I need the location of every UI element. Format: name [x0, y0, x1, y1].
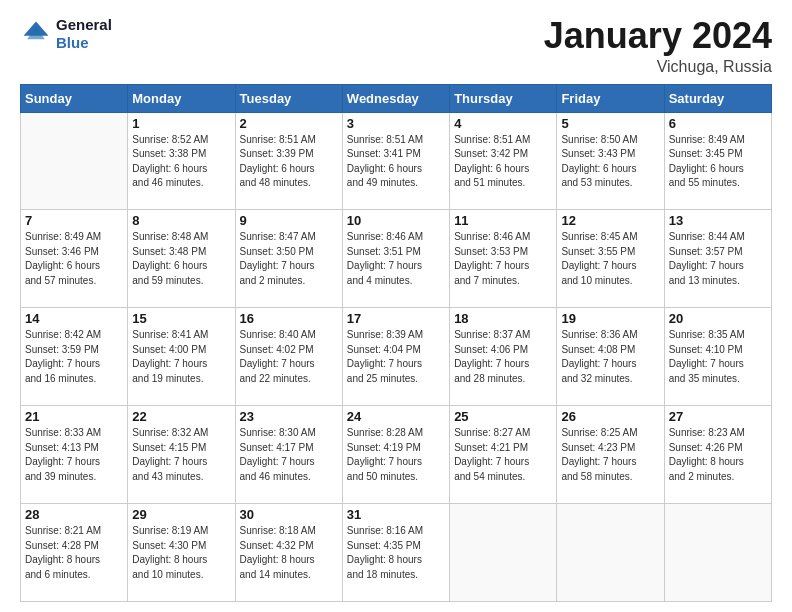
page: General Blue January 2024 Vichuga, Russi… [0, 0, 792, 612]
table-row: 23Sunrise: 8:30 AM Sunset: 4:17 PM Dayli… [235, 406, 342, 504]
table-row: 4Sunrise: 8:51 AM Sunset: 3:42 PM Daylig… [450, 112, 557, 210]
day-number: 15 [132, 311, 230, 326]
subtitle: Vichuga, Russia [544, 58, 772, 76]
logo-icon [20, 18, 52, 50]
day-number: 10 [347, 213, 445, 228]
table-row: 19Sunrise: 8:36 AM Sunset: 4:08 PM Dayli… [557, 308, 664, 406]
logo-text: General Blue [56, 16, 112, 52]
day-info: Sunrise: 8:21 AM Sunset: 4:28 PM Dayligh… [25, 524, 123, 582]
col-wednesday: Wednesday [342, 84, 449, 112]
day-info: Sunrise: 8:35 AM Sunset: 4:10 PM Dayligh… [669, 328, 767, 386]
day-info: Sunrise: 8:37 AM Sunset: 4:06 PM Dayligh… [454, 328, 552, 386]
table-row: 7Sunrise: 8:49 AM Sunset: 3:46 PM Daylig… [21, 210, 128, 308]
calendar-week-row: 28Sunrise: 8:21 AM Sunset: 4:28 PM Dayli… [21, 504, 772, 602]
day-info: Sunrise: 8:19 AM Sunset: 4:30 PM Dayligh… [132, 524, 230, 582]
day-info: Sunrise: 8:36 AM Sunset: 4:08 PM Dayligh… [561, 328, 659, 386]
day-number: 6 [669, 116, 767, 131]
col-monday: Monday [128, 84, 235, 112]
day-number: 28 [25, 507, 123, 522]
day-info: Sunrise: 8:46 AM Sunset: 3:53 PM Dayligh… [454, 230, 552, 288]
table-row: 25Sunrise: 8:27 AM Sunset: 4:21 PM Dayli… [450, 406, 557, 504]
day-number: 11 [454, 213, 552, 228]
table-row: 26Sunrise: 8:25 AM Sunset: 4:23 PM Dayli… [557, 406, 664, 504]
table-row: 14Sunrise: 8:42 AM Sunset: 3:59 PM Dayli… [21, 308, 128, 406]
col-sunday: Sunday [21, 84, 128, 112]
day-info: Sunrise: 8:30 AM Sunset: 4:17 PM Dayligh… [240, 426, 338, 484]
day-number: 13 [669, 213, 767, 228]
day-number: 25 [454, 409, 552, 424]
day-info: Sunrise: 8:50 AM Sunset: 3:43 PM Dayligh… [561, 133, 659, 191]
table-row: 13Sunrise: 8:44 AM Sunset: 3:57 PM Dayli… [664, 210, 771, 308]
day-info: Sunrise: 8:32 AM Sunset: 4:15 PM Dayligh… [132, 426, 230, 484]
day-number: 3 [347, 116, 445, 131]
table-row [664, 504, 771, 602]
table-row: 17Sunrise: 8:39 AM Sunset: 4:04 PM Dayli… [342, 308, 449, 406]
day-info: Sunrise: 8:33 AM Sunset: 4:13 PM Dayligh… [25, 426, 123, 484]
day-info: Sunrise: 8:45 AM Sunset: 3:55 PM Dayligh… [561, 230, 659, 288]
day-number: 24 [347, 409, 445, 424]
table-row: 30Sunrise: 8:18 AM Sunset: 4:32 PM Dayli… [235, 504, 342, 602]
table-row: 1Sunrise: 8:52 AM Sunset: 3:38 PM Daylig… [128, 112, 235, 210]
day-number: 20 [669, 311, 767, 326]
day-info: Sunrise: 8:42 AM Sunset: 3:59 PM Dayligh… [25, 328, 123, 386]
table-row [557, 504, 664, 602]
day-number: 9 [240, 213, 338, 228]
day-info: Sunrise: 8:16 AM Sunset: 4:35 PM Dayligh… [347, 524, 445, 582]
logo: General Blue [20, 16, 112, 52]
day-info: Sunrise: 8:51 AM Sunset: 3:41 PM Dayligh… [347, 133, 445, 191]
day-number: 4 [454, 116, 552, 131]
table-row: 12Sunrise: 8:45 AM Sunset: 3:55 PM Dayli… [557, 210, 664, 308]
calendar-week-row: 21Sunrise: 8:33 AM Sunset: 4:13 PM Dayli… [21, 406, 772, 504]
day-number: 30 [240, 507, 338, 522]
calendar-week-row: 1Sunrise: 8:52 AM Sunset: 3:38 PM Daylig… [21, 112, 772, 210]
day-number: 2 [240, 116, 338, 131]
table-row [21, 112, 128, 210]
table-row: 31Sunrise: 8:16 AM Sunset: 4:35 PM Dayli… [342, 504, 449, 602]
day-info: Sunrise: 8:23 AM Sunset: 4:26 PM Dayligh… [669, 426, 767, 484]
day-info: Sunrise: 8:44 AM Sunset: 3:57 PM Dayligh… [669, 230, 767, 288]
table-row: 21Sunrise: 8:33 AM Sunset: 4:13 PM Dayli… [21, 406, 128, 504]
day-number: 26 [561, 409, 659, 424]
day-info: Sunrise: 8:28 AM Sunset: 4:19 PM Dayligh… [347, 426, 445, 484]
table-row: 22Sunrise: 8:32 AM Sunset: 4:15 PM Dayli… [128, 406, 235, 504]
table-row: 6Sunrise: 8:49 AM Sunset: 3:45 PM Daylig… [664, 112, 771, 210]
table-row: 29Sunrise: 8:19 AM Sunset: 4:30 PM Dayli… [128, 504, 235, 602]
table-row: 9Sunrise: 8:47 AM Sunset: 3:50 PM Daylig… [235, 210, 342, 308]
calendar-week-row: 7Sunrise: 8:49 AM Sunset: 3:46 PM Daylig… [21, 210, 772, 308]
day-number: 22 [132, 409, 230, 424]
day-info: Sunrise: 8:48 AM Sunset: 3:48 PM Dayligh… [132, 230, 230, 288]
day-info: Sunrise: 8:51 AM Sunset: 3:42 PM Dayligh… [454, 133, 552, 191]
day-number: 7 [25, 213, 123, 228]
day-number: 17 [347, 311, 445, 326]
title-section: January 2024 Vichuga, Russia [544, 16, 772, 76]
day-info: Sunrise: 8:51 AM Sunset: 3:39 PM Dayligh… [240, 133, 338, 191]
day-number: 21 [25, 409, 123, 424]
day-info: Sunrise: 8:47 AM Sunset: 3:50 PM Dayligh… [240, 230, 338, 288]
col-saturday: Saturday [664, 84, 771, 112]
table-row: 20Sunrise: 8:35 AM Sunset: 4:10 PM Dayli… [664, 308, 771, 406]
table-row: 28Sunrise: 8:21 AM Sunset: 4:28 PM Dayli… [21, 504, 128, 602]
day-number: 29 [132, 507, 230, 522]
day-info: Sunrise: 8:40 AM Sunset: 4:02 PM Dayligh… [240, 328, 338, 386]
table-row: 16Sunrise: 8:40 AM Sunset: 4:02 PM Dayli… [235, 308, 342, 406]
day-info: Sunrise: 8:41 AM Sunset: 4:00 PM Dayligh… [132, 328, 230, 386]
day-info: Sunrise: 8:46 AM Sunset: 3:51 PM Dayligh… [347, 230, 445, 288]
table-row: 2Sunrise: 8:51 AM Sunset: 3:39 PM Daylig… [235, 112, 342, 210]
day-info: Sunrise: 8:25 AM Sunset: 4:23 PM Dayligh… [561, 426, 659, 484]
calendar-table: Sunday Monday Tuesday Wednesday Thursday… [20, 84, 772, 602]
main-title: January 2024 [544, 16, 772, 56]
day-info: Sunrise: 8:39 AM Sunset: 4:04 PM Dayligh… [347, 328, 445, 386]
col-tuesday: Tuesday [235, 84, 342, 112]
table-row [450, 504, 557, 602]
day-number: 23 [240, 409, 338, 424]
day-number: 18 [454, 311, 552, 326]
table-row: 18Sunrise: 8:37 AM Sunset: 4:06 PM Dayli… [450, 308, 557, 406]
day-info: Sunrise: 8:18 AM Sunset: 4:32 PM Dayligh… [240, 524, 338, 582]
day-number: 1 [132, 116, 230, 131]
day-info: Sunrise: 8:49 AM Sunset: 3:45 PM Dayligh… [669, 133, 767, 191]
day-number: 19 [561, 311, 659, 326]
day-number: 14 [25, 311, 123, 326]
day-number: 27 [669, 409, 767, 424]
col-thursday: Thursday [450, 84, 557, 112]
table-row: 3Sunrise: 8:51 AM Sunset: 3:41 PM Daylig… [342, 112, 449, 210]
